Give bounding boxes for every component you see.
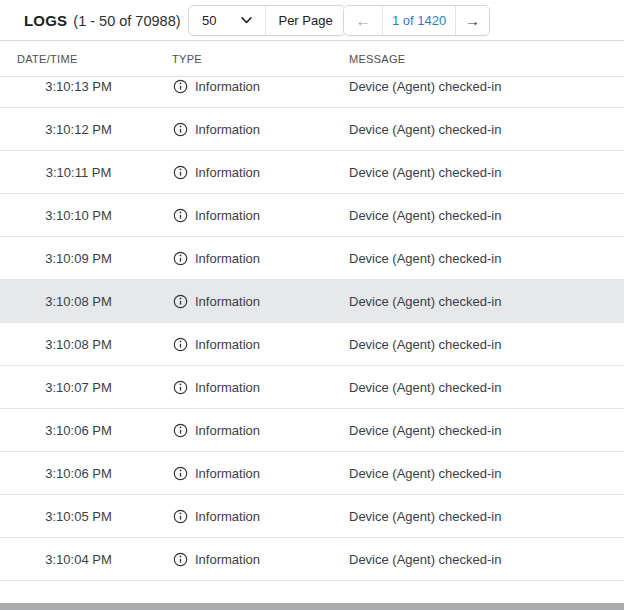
cell-message: Device (Agent) checked-in (333, 122, 624, 137)
cell-message: Device (Agent) checked-in (333, 423, 624, 438)
table-row[interactable]: 3:10:10 PM Information Device (Agent) ch… (0, 194, 624, 237)
cell-type: Information (157, 552, 333, 567)
per-page-value: 50 (202, 13, 216, 28)
cell-type: Information (157, 251, 333, 266)
cell-datetime: 3:10:09 PM (0, 251, 157, 266)
cell-message: Device (Agent) checked-in (333, 79, 624, 94)
horizontal-scrollbar-thumb[interactable] (0, 603, 624, 610)
cell-datetime: 3:10:05 PM (0, 509, 157, 524)
info-circle-icon (173, 509, 188, 524)
cell-message: Device (Agent) checked-in (333, 337, 624, 352)
info-circle-icon (173, 208, 188, 223)
chevron-down-icon (241, 17, 252, 24)
cell-datetime: 3:10:10 PM (0, 208, 157, 223)
per-page-select[interactable]: 50 (189, 6, 265, 35)
table-row[interactable]: 3:10:04 PM Information Device (Agent) ch… (0, 538, 624, 581)
logs-toolbar: LOGS (1 - 50 of 70988) 50 Per Page ← 1 o… (0, 0, 624, 41)
table-row[interactable]: 3:10:05 PM Information Device (Agent) ch… (0, 495, 624, 538)
info-circle-icon (173, 552, 188, 567)
cell-datetime: 3:10:08 PM (0, 337, 157, 352)
type-label: Information (195, 165, 260, 180)
type-label: Information (195, 122, 260, 137)
info-circle-icon (173, 165, 188, 180)
horizontal-scrollbar-track (0, 601, 624, 610)
type-label: Information (195, 509, 260, 524)
log-table-body: 3:10:13 PM Information Device (Agent) ch… (0, 78, 624, 595)
cell-type: Information (157, 509, 333, 524)
type-label: Information (195, 552, 260, 567)
type-label: Information (195, 208, 260, 223)
type-label: Information (195, 79, 260, 94)
arrow-right-icon: → (465, 12, 480, 29)
info-circle-icon (173, 423, 188, 438)
cell-type: Information (157, 466, 333, 481)
table-row[interactable]: 3:10:06 PM Information Device (Agent) ch… (0, 409, 624, 452)
table-row[interactable]: 3:10:13 PM Information Device (Agent) ch… (0, 78, 624, 108)
per-page-label: Per Page (266, 6, 344, 35)
pagination-control: ← 1 of 1420 → (343, 5, 490, 36)
type-label: Information (195, 294, 260, 309)
cell-datetime: 3:10:04 PM (0, 552, 157, 567)
info-circle-icon (173, 251, 188, 266)
cell-type: Information (157, 380, 333, 395)
cell-type: Information (157, 337, 333, 352)
type-label: Information (195, 251, 260, 266)
column-header-type: TYPE (157, 53, 333, 65)
cell-type: Information (157, 423, 333, 438)
cell-datetime: 3:10:11 PM (0, 165, 157, 180)
column-header-datetime: DATE/TIME (0, 53, 157, 65)
cell-message: Device (Agent) checked-in (333, 380, 624, 395)
next-page-button[interactable]: → (456, 6, 489, 35)
cell-type: Information (157, 208, 333, 223)
logs-count: (1 - 50 of 70988) (73, 13, 180, 29)
table-row[interactable]: 3:10:11 PM Information Device (Agent) ch… (0, 151, 624, 194)
cell-datetime: 3:10:06 PM (0, 466, 157, 481)
table-header-row: DATE/TIME TYPE MESSAGE (0, 41, 624, 77)
arrow-left-icon: ← (356, 12, 371, 29)
cell-type: Information (157, 165, 333, 180)
info-circle-icon (173, 294, 188, 309)
cell-type: Information (157, 79, 333, 94)
table-row[interactable]: 3:10:08 PM Information Device (Agent) ch… (0, 280, 624, 323)
cell-datetime: 3:10:07 PM (0, 380, 157, 395)
type-label: Information (195, 380, 260, 395)
cell-message: Device (Agent) checked-in (333, 208, 624, 223)
cell-datetime: 3:10:12 PM (0, 122, 157, 137)
log-rows: 3:10:13 PM Information Device (Agent) ch… (0, 78, 624, 581)
table-row[interactable]: 3:10:12 PM Information Device (Agent) ch… (0, 108, 624, 151)
page-indicator: 1 of 1420 (383, 6, 455, 35)
info-circle-icon (173, 79, 188, 94)
cell-type: Information (157, 122, 333, 137)
cell-datetime: 3:10:08 PM (0, 294, 157, 309)
cell-message: Device (Agent) checked-in (333, 552, 624, 567)
type-label: Information (195, 466, 260, 481)
cell-datetime: 3:10:13 PM (0, 79, 157, 94)
cell-message: Device (Agent) checked-in (333, 294, 624, 309)
table-row[interactable]: 3:10:07 PM Information Device (Agent) ch… (0, 366, 624, 409)
table-row[interactable]: 3:10:06 PM Information Device (Agent) ch… (0, 452, 624, 495)
cell-message: Device (Agent) checked-in (333, 165, 624, 180)
cell-datetime: 3:10:06 PM (0, 423, 157, 438)
info-circle-icon (173, 122, 188, 137)
cell-type: Information (157, 294, 333, 309)
info-circle-icon (173, 380, 188, 395)
type-label: Information (195, 423, 260, 438)
column-header-message: MESSAGE (333, 53, 624, 65)
table-row[interactable]: 3:10:09 PM Information Device (Agent) ch… (0, 237, 624, 280)
page-title: LOGS (1 - 50 of 70988) (24, 0, 181, 41)
type-label: Information (195, 337, 260, 352)
info-circle-icon (173, 337, 188, 352)
cell-message: Device (Agent) checked-in (333, 509, 624, 524)
info-circle-icon (173, 466, 188, 481)
table-row[interactable]: 3:10:08 PM Information Device (Agent) ch… (0, 323, 624, 366)
prev-page-button[interactable]: ← (344, 6, 382, 35)
per-page-control: 50 Per Page (188, 5, 346, 36)
logs-title: LOGS (24, 12, 67, 29)
cell-message: Device (Agent) checked-in (333, 466, 624, 481)
cell-message: Device (Agent) checked-in (333, 251, 624, 266)
